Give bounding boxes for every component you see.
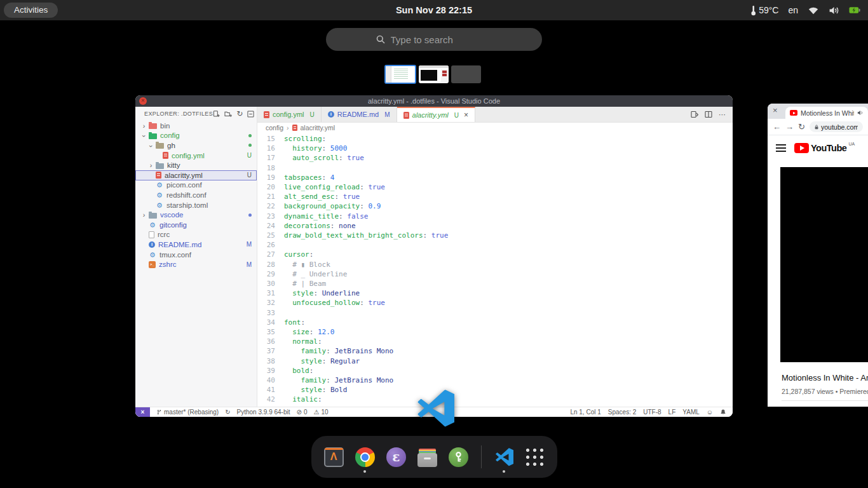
- collapse-folders-icon[interactable]: [247, 111, 254, 118]
- forward-button[interactable]: →: [785, 123, 794, 131]
- code-line-40[interactable]: 40 family: JetBrains Mono: [257, 376, 733, 385]
- file-row-gitconfig[interactable]: gitconfig: [135, 220, 257, 230]
- dock-icon-keepass[interactable]: [447, 439, 471, 475]
- code-line-33[interactable]: 33: [257, 308, 733, 318]
- status-sync[interactable]: ↻: [225, 409, 230, 416]
- code-line-36[interactable]: 36 normal:: [257, 337, 733, 346]
- menu-icon[interactable]: [776, 144, 786, 152]
- file-row-picom.conf[interactable]: picom.conf: [135, 180, 257, 191]
- video-player[interactable]: [780, 167, 868, 362]
- code-line-27[interactable]: 27cursor:: [257, 250, 733, 259]
- code-line-17[interactable]: 17 auto_scroll: true: [257, 153, 733, 163]
- file-row-config[interactable]: ›config: [135, 131, 257, 141]
- file-row-kitty[interactable]: ›kitty: [135, 160, 257, 170]
- refresh-icon[interactable]: ↻: [236, 109, 243, 118]
- file-row-vscode[interactable]: ›vscode: [135, 210, 257, 220]
- status-text[interactable]: YAML: [682, 409, 700, 416]
- code-line-41[interactable]: 41 style: Bold: [257, 385, 733, 395]
- file-row-rcrc[interactable]: rcrc: [135, 230, 257, 240]
- file-row-starship.toml[interactable]: starship.toml: [135, 200, 257, 210]
- code-line-18[interactable]: 18: [257, 163, 733, 173]
- status-text[interactable]: Ln 1, Col 1: [570, 409, 600, 416]
- breadcrumb[interactable]: config › alacritty.yml: [257, 123, 733, 133]
- tab-README.md[interactable]: README.mdM: [322, 107, 397, 122]
- clock[interactable]: Sun Nov 28 22:15: [0, 0, 868, 20]
- tab-audio-icon[interactable]: [857, 110, 864, 116]
- dock-icon-emacs[interactable]: [384, 439, 408, 475]
- code-line-38[interactable]: 38 style: Regular: [257, 356, 733, 366]
- status-bell[interactable]: [720, 409, 726, 416]
- workspace-thumbnail-active[interactable]: [384, 65, 416, 84]
- code-line-24[interactable]: 24decorations: none: [257, 221, 733, 231]
- dock-icon-vscode[interactable]: [492, 439, 516, 475]
- code-line-35[interactable]: 35 size: 12.0: [257, 327, 733, 337]
- window-close-button[interactable]: ×: [773, 105, 778, 115]
- chrome-window[interactable]: × Motionless In White - A ← → ↻ youtube.…: [768, 104, 868, 407]
- reload-button[interactable]: ↻: [798, 123, 805, 131]
- vscode-titlebar[interactable]: × alacritty.yml - .dotfiles - Visual Stu…: [135, 95, 733, 107]
- code-line-32[interactable]: 32 unfocused_hollow: true: [257, 298, 733, 308]
- code-line-15[interactable]: 15scrolling:: [257, 134, 733, 144]
- dock-icon-alacritty[interactable]: [322, 439, 346, 475]
- code-line-30[interactable]: 30 # | Beam: [257, 279, 733, 288]
- code-line-25[interactable]: 25draw_bold_text_with_bright_colors: tru…: [257, 231, 733, 240]
- code-line-39[interactable]: 39 bold:: [257, 366, 733, 376]
- status-feedback[interactable]: ☺: [707, 409, 713, 416]
- status-warn[interactable]: ⚠10: [313, 409, 328, 416]
- status-text[interactable]: LF: [668, 409, 676, 416]
- back-button[interactable]: ←: [773, 123, 781, 131]
- more-actions-icon[interactable]: ⋯: [719, 112, 726, 117]
- vscode-window[interactable]: × alacritty.yml - .dotfiles - Visual Stu…: [135, 95, 733, 417]
- status-text[interactable]: Spaces: 2: [608, 409, 636, 416]
- file-row-bin[interactable]: ›bin: [135, 121, 257, 131]
- tab-alacritty.yml[interactable]: alacritty.ymlU×: [397, 107, 476, 122]
- file-row-config.yml[interactable]: config.ymlU: [135, 151, 257, 161]
- dock-icon-files[interactable]: [415, 439, 439, 475]
- code-line-16[interactable]: 16 history: 5000: [257, 144, 733, 153]
- status-text[interactable]: UTF-8: [643, 409, 661, 416]
- keyboard-layout-indicator[interactable]: en: [788, 5, 798, 15]
- address-bar[interactable]: youtube.com/wa: [810, 121, 863, 132]
- dock-icon-chrome[interactable]: [353, 439, 377, 475]
- window-close-button[interactable]: ×: [139, 97, 147, 105]
- dock-icon-appgrid[interactable]: [523, 439, 547, 475]
- status-text[interactable]: Python 3.9.9 64-bit: [237, 409, 290, 416]
- file-row-tmux.conf[interactable]: tmux.conf: [135, 250, 257, 260]
- code-line-28[interactable]: 28 # ▮ Block: [257, 260, 733, 269]
- code-line-21[interactable]: 21alt_send_esc: true: [257, 192, 733, 201]
- code-line-26[interactable]: 26: [257, 240, 733, 250]
- code-line-37[interactable]: 37 family: JetBrains Mono: [257, 346, 733, 356]
- split-editor-icon[interactable]: [705, 111, 712, 118]
- file-row-alacritty.yml[interactable]: alacritty.ymlU: [135, 170, 257, 180]
- code-line-20[interactable]: 20live_config_reload: true: [257, 182, 733, 192]
- open-changes-icon[interactable]: [691, 111, 698, 118]
- tab-config.yml[interactable]: config.ymlU: [257, 107, 322, 122]
- breadcrumb-folder[interactable]: config: [266, 124, 283, 132]
- file-row-zshrc[interactable]: zshrcM: [135, 259, 257, 269]
- code-line-34[interactable]: 34font:: [257, 318, 733, 327]
- code-line-22[interactable]: 22background_opacity: 0.9: [257, 201, 733, 211]
- browser-tab[interactable]: Motionless In White - A: [785, 107, 868, 119]
- status-error[interactable]: ⊘0: [297, 409, 308, 416]
- file-row-README.md[interactable]: README.mdM: [135, 240, 257, 250]
- close-tab-icon[interactable]: ×: [464, 111, 468, 119]
- code-line-29[interactable]: 29 # _ Underline: [257, 269, 733, 279]
- status-remote[interactable]: ×: [135, 407, 150, 417]
- search-input[interactable]: [391, 34, 492, 45]
- vscode-app-icon[interactable]: [414, 388, 454, 429]
- new-folder-icon[interactable]: [224, 111, 232, 118]
- system-tray[interactable]: 59°C en: [750, 0, 860, 20]
- workspace-thumbnail-2[interactable]: [419, 65, 449, 83]
- search-bar[interactable]: [326, 28, 542, 51]
- new-file-icon[interactable]: [213, 111, 220, 118]
- status-branch[interactable]: master* (Rebasing): [156, 409, 219, 416]
- code-line-19[interactable]: 19tabspaces: 4: [257, 173, 733, 182]
- code-area[interactable]: 15scrolling:16 history: 500017 auto_scro…: [257, 133, 733, 407]
- youtube-logo[interactable]: YouTube UA: [794, 143, 855, 153]
- code-line-23[interactable]: 23dynamic_title: false: [257, 212, 733, 221]
- file-row-redshift.conf[interactable]: redshift.conf: [135, 190, 257, 200]
- file-row-gh[interactable]: ›gh: [135, 140, 257, 151]
- code-line-31[interactable]: 31 style: Underline: [257, 288, 733, 298]
- breadcrumb-file[interactable]: alacritty.yml: [301, 124, 336, 132]
- code-line-42[interactable]: 42 italic:: [257, 395, 733, 404]
